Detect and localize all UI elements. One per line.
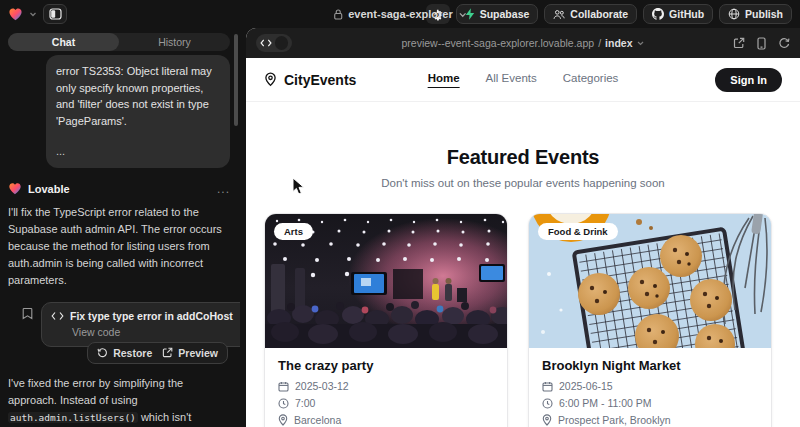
preview-url-bar: preview--event-saga-explorer.lovable.app… <box>246 28 800 58</box>
calendar-icon <box>542 381 553 392</box>
supabase-button[interactable]: Supabase <box>456 4 539 24</box>
code-edit-card[interactable]: Fix type type error in addCoHost View co… <box>41 302 240 347</box>
section-subtitle: Don't miss out on these popular events h… <box>246 177 800 189</box>
clock-icon <box>542 398 553 409</box>
event-location: Prospect Park, Brooklyn <box>558 414 671 426</box>
lovable-logo-icon[interactable] <box>8 7 23 22</box>
inline-code-listusers: auth.admin.listUsers() <box>8 412 138 423</box>
bookmark-icon[interactable] <box>22 302 33 347</box>
event-time: 7:00 <box>295 397 315 409</box>
site-brand-name: CityEvents <box>284 72 356 88</box>
event-date-row: 2025-03-12 <box>278 380 494 392</box>
user-message-truncated: ... <box>56 143 220 160</box>
collaborate-icon <box>553 9 565 20</box>
preview-url[interactable]: preview--event-saga-explorer.lovable.app… <box>402 37 645 49</box>
tab-chat[interactable]: Chat <box>8 33 119 51</box>
open-in-new-tab-icon[interactable] <box>733 37 745 49</box>
event-date: 2025-03-12 <box>295 380 349 392</box>
code-brackets-icon <box>51 311 64 321</box>
preview-route: index <box>605 37 632 49</box>
toggle-knob <box>275 36 288 50</box>
publish-button[interactable]: Publish <box>719 4 792 24</box>
project-chevron-down-icon <box>458 10 467 19</box>
event-date-row: 2025-06-15 <box>542 380 758 392</box>
event-card-night-market[interactable]: Food & Drink Brooklyn Night Market 2025-… <box>528 213 772 427</box>
assistant-outro-text: I've fixed the error by simplifying the … <box>8 375 230 427</box>
github-icon <box>652 8 664 20</box>
route-chevron-down-icon <box>636 39 644 47</box>
tab-history[interactable]: History <box>119 33 230 51</box>
restore-button-label: Restore <box>113 347 152 359</box>
clock-icon <box>278 398 289 409</box>
location-pin-icon <box>264 72 277 87</box>
code-view-toggle[interactable] <box>256 34 292 52</box>
github-button-label: GitHub <box>669 8 704 20</box>
event-location: Barcelona <box>294 414 341 426</box>
url-separator: / <box>598 37 601 49</box>
site-nav: Home All Events Categories <box>428 72 619 88</box>
event-time-row: 6:00 PM - 11:00 PM <box>542 397 758 409</box>
mobile-view-icon[interactable] <box>757 37 766 50</box>
view-code-link[interactable]: View code <box>72 326 240 338</box>
outro-text-1: I've fixed the error by simplifying the … <box>8 377 183 406</box>
nav-all-events[interactable]: All Events <box>486 72 537 88</box>
user-message-text: error TS2353: Object literal may only sp… <box>56 63 220 129</box>
lovable-app-window: event-saga-explorer Supabase <box>0 0 800 427</box>
event-date: 2025-06-15 <box>559 380 613 392</box>
refresh-icon[interactable] <box>778 37 790 49</box>
edit-actions-toolbar: Restore Preview <box>87 342 228 364</box>
category-badge: Arts <box>274 223 313 240</box>
collaborate-button[interactable]: Collaborate <box>544 4 637 24</box>
pin-icon <box>278 414 288 426</box>
globe-icon <box>728 8 740 20</box>
event-location-row: Barcelona <box>278 414 494 426</box>
preview-url-text: preview--event-saga-explorer.lovable.app <box>402 37 595 49</box>
event-cards: Arts The crazy party 2025-03-12 <box>246 189 800 427</box>
nav-home[interactable]: Home <box>428 72 460 88</box>
external-link-icon <box>162 347 173 358</box>
preview-button-label: Preview <box>178 347 218 359</box>
event-image-conference: Arts <box>265 214 507 348</box>
lovable-avatar-icon <box>8 182 22 196</box>
chat-history-tabs: Chat History <box>8 33 230 51</box>
github-button[interactable]: GitHub <box>643 4 713 24</box>
nav-categories[interactable]: Categories <box>563 72 619 88</box>
preview-pane: preview--event-saga-explorer.lovable.app… <box>246 28 800 427</box>
supabase-button-label: Supabase <box>480 8 530 20</box>
site-logo[interactable]: CityEvents <box>264 72 356 88</box>
section-title: Featured Events <box>246 146 800 169</box>
preview-button[interactable]: Preview <box>162 347 218 359</box>
project-switcher[interactable]: event-saga-explorer <box>333 0 467 28</box>
chevron-right-icon <box>239 311 240 320</box>
event-title: Brooklyn Night Market <box>542 358 758 373</box>
event-image-cookies: Food & Drink <box>529 214 771 348</box>
chat-scrollbar[interactable] <box>234 34 238 126</box>
lock-icon <box>333 9 343 20</box>
event-time: 6:00 PM - 11:00 PM <box>559 397 652 409</box>
sign-in-button[interactable]: Sign In <box>715 68 782 92</box>
publish-button-label: Publish <box>745 8 783 20</box>
message-menu-button[interactable]: ... <box>217 182 230 196</box>
category-badge: Food & Drink <box>538 223 618 240</box>
chat-panel: Chat History error TS2353: Object litera… <box>0 28 240 427</box>
event-time-row: 7:00 <box>278 397 494 409</box>
user-message-bubble: error TS2353: Object literal may only sp… <box>46 55 230 168</box>
project-name: event-saga-explorer <box>348 8 453 20</box>
site-content: CityEvents Home All Events Categories Si… <box>246 58 800 427</box>
toggle-sidebar-button[interactable] <box>43 4 67 24</box>
featured-section-header: Featured Events Don't miss out on these … <box>246 102 800 189</box>
event-title: The crazy party <box>278 358 494 373</box>
restore-button[interactable]: Restore <box>97 347 152 359</box>
workspace-chevron-down-icon[interactable] <box>29 10 37 18</box>
restore-icon <box>97 347 108 358</box>
collaborate-button-label: Collaborate <box>570 8 628 20</box>
pin-icon <box>542 414 552 426</box>
event-card-crazy-party[interactable]: Arts The crazy party 2025-03-12 <box>264 213 508 427</box>
calendar-icon <box>278 381 289 392</box>
assistant-message-header: Lovable ... <box>8 182 230 196</box>
top-bar: event-saga-explorer Supabase <box>0 0 800 28</box>
code-edit-title: Fix type type error in addCoHost <box>70 310 233 322</box>
event-location-row: Prospect Park, Brooklyn <box>542 414 758 426</box>
site-header: CityEvents Home All Events Categories Si… <box>246 58 800 102</box>
assistant-intro-text: I'll fix the TypeScript error related to… <box>8 204 230 289</box>
